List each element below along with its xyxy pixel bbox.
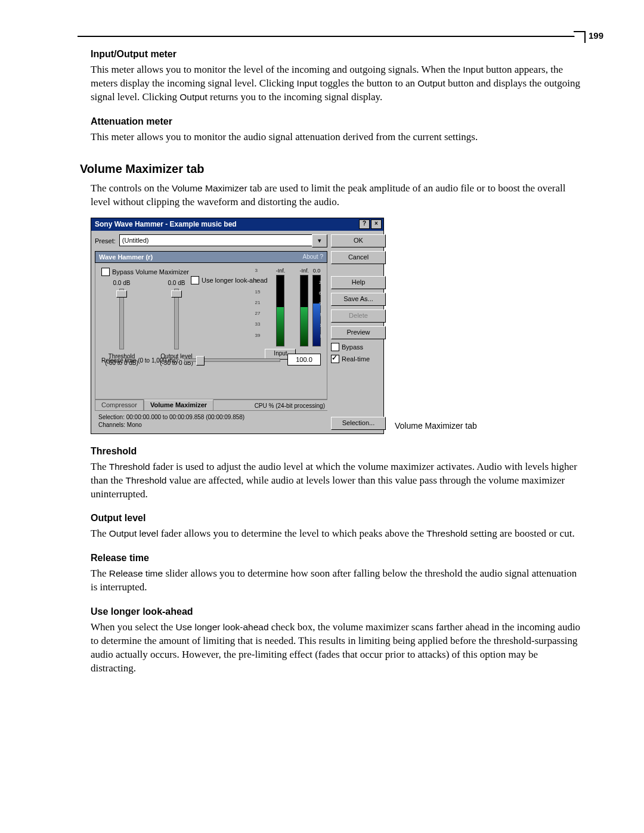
- bypass-checkbox[interactable]: [331, 343, 339, 351]
- output-track[interactable]: [174, 289, 179, 349]
- ui-term-lookahead: Use longer look-ahead: [176, 622, 269, 632]
- figure-caption: Volume Maximizer tab: [395, 421, 477, 431]
- threshold-value: 0.0 dB: [113, 280, 131, 286]
- ui-term-input: Input: [463, 64, 483, 75]
- para-io-meter: This meter allows you to monitor the lev…: [91, 63, 584, 104]
- selection-line: Selection: 00:00:00.000 to 00:00:09.858 …: [98, 413, 244, 421]
- meters: 391521273339 -Inf. Input -Inf.: [255, 268, 321, 360]
- atten-meter-bar: 2 6 9 12 15 18: [312, 275, 321, 346]
- bypass-vm-label: Bypass Volume Maximizer: [112, 268, 189, 275]
- para-attenuation: This meter allows you to monitor the aud…: [91, 131, 584, 144]
- heading-release-time: Release time: [91, 553, 584, 563]
- text: This meter allows you to monitor the lev…: [91, 64, 463, 75]
- cancel-button[interactable]: Cancel: [331, 251, 386, 264]
- bypass-label: Bypass: [342, 343, 363, 351]
- chevron-down-icon[interactable]: ▾: [312, 234, 327, 247]
- heading-output-level: Output level: [91, 513, 584, 524]
- output-meter-bar: [300, 275, 308, 346]
- ui-term-threshold: Threshold: [109, 462, 150, 472]
- heading-attenuation: Attenuation meter: [91, 116, 584, 127]
- text: The controls on the: [91, 182, 172, 194]
- input-meter-bar: [276, 275, 284, 346]
- ok-button[interactable]: OK: [331, 234, 386, 247]
- release-value[interactable]: 100.0: [287, 354, 321, 366]
- cpu-status: CPU % (24-bit processing): [252, 401, 327, 410]
- preset-dropdown[interactable]: (Untitled) ▾: [119, 234, 327, 247]
- close-icon[interactable]: ×: [371, 219, 382, 229]
- threshold-track[interactable]: [119, 289, 124, 349]
- dialog-titlebar[interactable]: Sony Wave Hammer - Example music bed ? ×: [91, 218, 383, 231]
- top-header-rule: 199: [78, 36, 584, 37]
- dialog-wave-hammer: Sony Wave Hammer - Example music bed ? ×…: [91, 218, 384, 434]
- channels-line: Channels: Mono: [98, 421, 244, 429]
- threshold-slider: 0.0 dB Threshold (-60 to 0 dB): [104, 280, 140, 366]
- plugin-header: Wave Hammer (r) About ?: [95, 251, 327, 263]
- heading-io-meter: Input/Output meter: [91, 49, 584, 60]
- output-slider: 0.0 dB Output level (-30 to 0 dB): [159, 280, 194, 366]
- dialog-title: Sony Wave Hammer - Example music bed: [95, 220, 237, 228]
- ui-term-output: Output: [417, 78, 445, 88]
- heading-lookahead: Use longer look-ahead: [91, 606, 584, 617]
- meter-ticks: 391521273339: [255, 268, 261, 338]
- output-value: 0.0 dB: [168, 280, 185, 286]
- para-release-time: The Release time slider allows you to de…: [91, 567, 584, 594]
- delete-button[interactable]: Delete: [331, 309, 386, 323]
- preset-label: Preset:: [95, 237, 116, 244]
- selection-button[interactable]: Selection...: [331, 417, 386, 430]
- ui-term-input: Input: [297, 78, 317, 88]
- para-lookahead: When you select the Use longer look-ahea…: [91, 621, 584, 676]
- preview-button[interactable]: Preview: [331, 326, 386, 339]
- meter-in-top: -Inf.: [276, 268, 286, 274]
- release-label: Release time (0 to 1,000 ms):: [101, 357, 179, 364]
- ui-term-output-level: Output level: [109, 528, 159, 538]
- vm-panel: Bypass Volume Maximizer 0.0 dB Threshold…: [95, 263, 327, 400]
- lookahead-checkbox[interactable]: [191, 276, 199, 284]
- para-vm-tab: The controls on the Volume Maximizer tab…: [91, 182, 584, 209]
- about-link[interactable]: About ?: [303, 253, 323, 260]
- heading-vm-tab: Volume Maximizer tab: [80, 162, 584, 176]
- tab-compressor[interactable]: Compressor: [95, 400, 144, 410]
- text: returns you to the incoming signal displ…: [208, 91, 383, 103]
- preset-value: (Untitled): [119, 234, 312, 246]
- meter-atten-top: 0.0: [313, 268, 321, 274]
- tab-volume-maximizer[interactable]: Volume Maximizer: [144, 400, 213, 410]
- ui-term-vm: Volume Maximizer: [172, 183, 247, 193]
- page-number: 199: [589, 30, 603, 41]
- release-slider[interactable]: [184, 358, 280, 362]
- ui-term-threshold: Threshold: [426, 528, 467, 538]
- ui-term-threshold: Threshold: [126, 475, 167, 485]
- ui-term-output: Output: [179, 92, 208, 102]
- para-output-level: The Output level fader allows you to det…: [91, 527, 584, 541]
- para-threshold: The Threshold fader is used to adjust th…: [91, 460, 584, 501]
- meter-out-top: -Inf.: [299, 268, 309, 274]
- save-as-button[interactable]: Save As...: [331, 293, 386, 306]
- ui-term-release-time: Release time: [109, 568, 163, 578]
- bypass-vm-checkbox[interactable]: [101, 268, 110, 276]
- help-icon[interactable]: ?: [359, 219, 370, 229]
- help-button[interactable]: Help: [331, 276, 386, 289]
- plugin-name: Wave Hammer (r): [99, 253, 153, 261]
- heading-threshold: Threshold: [91, 446, 584, 457]
- text: toggles the button to an: [317, 78, 417, 89]
- realtime-checkbox[interactable]: [331, 355, 339, 363]
- header-bite: [574, 31, 586, 43]
- realtime-label: Real-time: [342, 355, 370, 363]
